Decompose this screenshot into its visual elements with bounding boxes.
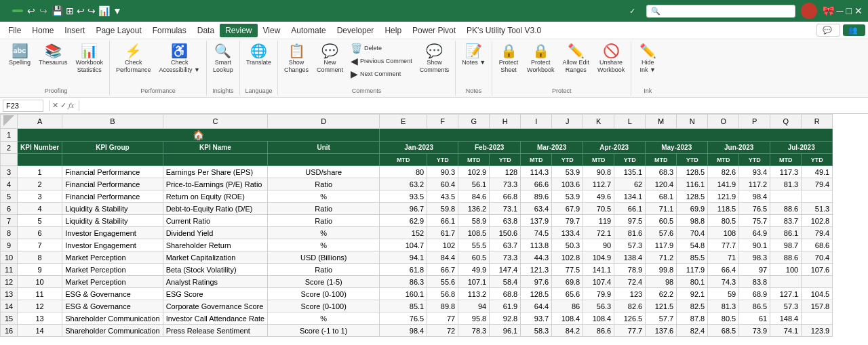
data-cell-10-6[interactable]: 104.9 xyxy=(583,251,614,264)
data-cell-11-3[interactable]: 147.4 xyxy=(490,264,521,276)
cell-group-16[interactable]: Shareholder Communication xyxy=(62,325,163,337)
data-cell-14-5[interactable]: 86 xyxy=(552,300,583,312)
cell-group-15[interactable]: Shareholder Communication xyxy=(62,312,163,325)
row-num-13[interactable]: 13 xyxy=(1,288,18,300)
cell-group-14[interactable]: ESG & Governance xyxy=(62,300,163,312)
data-cell-6-5[interactable]: 67.9 xyxy=(552,203,583,215)
data-cell-16-2[interactable]: 78.3 xyxy=(458,325,490,337)
data-cell-5-11[interactable]: 98.4 xyxy=(739,190,770,203)
data-cell-16-6[interactable]: 86.6 xyxy=(583,325,614,337)
data-cell-14-7[interactable]: 82.6 xyxy=(614,300,646,312)
data-cell-11-1[interactable]: 66.7 xyxy=(427,264,458,276)
data-cell-4-9[interactable]: 116.1 xyxy=(677,178,708,190)
data-cell-8-7[interactable]: 81.6 xyxy=(614,227,646,239)
data-cell-9-4[interactable]: 113.8 xyxy=(521,239,552,251)
data-cell-16-7[interactable]: 77.7 xyxy=(614,325,646,337)
data-cell-3-7[interactable]: 135.1 xyxy=(614,166,646,178)
row-num-7[interactable]: 7 xyxy=(1,215,18,227)
cell-num-13[interactable]: 11 xyxy=(18,288,62,300)
cell-name-6[interactable]: Debt-to-Equity Ratio (D/E) xyxy=(163,203,268,215)
data-cell-9-1[interactable]: 102 xyxy=(427,239,458,251)
data-cell-3-8[interactable]: 68.3 xyxy=(646,166,677,178)
data-cell-15-0[interactable]: 76.5 xyxy=(380,312,427,325)
data-cell-12-8[interactable]: 98 xyxy=(646,276,677,288)
protect-sheet-button[interactable]: 🔒 ProtectSheet xyxy=(495,42,522,76)
autosave-toggle[interactable] xyxy=(12,9,23,12)
data-cell-15-3[interactable]: 92.8 xyxy=(490,312,521,325)
data-cell-5-5[interactable]: 53.9 xyxy=(552,190,583,203)
data-cell-4-8[interactable]: 120.4 xyxy=(646,178,677,190)
data-cell-9-13[interactable]: 68.6 xyxy=(802,239,833,251)
check-performance-button[interactable]: ⚡ CheckPerformance xyxy=(113,42,155,76)
row-num-11[interactable]: 11 xyxy=(1,264,18,276)
data-cell-8-5[interactable]: 133.4 xyxy=(552,227,583,239)
data-cell-7-8[interactable]: 60.5 xyxy=(646,215,677,227)
data-cell-3-12[interactable]: 117.3 xyxy=(770,166,802,178)
data-cell-5-10[interactable]: 121.9 xyxy=(708,190,739,203)
col-header-N[interactable]: N xyxy=(677,115,708,129)
comments-button[interactable]: 💬 xyxy=(816,24,840,37)
cell-unit-12[interactable]: Score (1-5) xyxy=(268,276,380,288)
data-cell-7-7[interactable]: 97.5 xyxy=(614,215,646,227)
home-cell[interactable]: 🏠 xyxy=(18,129,380,142)
redo2-icon[interactable]: ↪ xyxy=(87,5,96,16)
minimize-icon[interactable]: ─ xyxy=(837,5,844,16)
data-cell-15-7[interactable]: 126.5 xyxy=(614,312,646,325)
cell-unit-14[interactable]: Score (0-100) xyxy=(268,300,380,312)
data-cell-10-13[interactable]: 70.4 xyxy=(802,251,833,264)
cell-num-14[interactable]: 12 xyxy=(18,300,62,312)
menu-formulas[interactable]: Formulas xyxy=(147,24,192,37)
menu-review[interactable]: Review xyxy=(220,24,257,37)
cell-num-7[interactable]: 5 xyxy=(18,215,62,227)
data-cell-5-12[interactable] xyxy=(770,190,802,203)
data-cell-7-13[interactable]: 102.8 xyxy=(802,215,833,227)
menu-power-pivot[interactable]: Power Pivot xyxy=(407,24,461,37)
data-cell-3-11[interactable]: 93.4 xyxy=(739,166,770,178)
cell-unit-15[interactable]: % xyxy=(268,312,380,325)
data-cell-12-12[interactable] xyxy=(770,276,802,288)
delete-comment-button[interactable]: 🗑️ Delete xyxy=(348,42,415,54)
data-cell-12-0[interactable]: 86.3 xyxy=(380,276,427,288)
cell-unit-9[interactable]: % xyxy=(268,239,380,251)
data-cell-6-1[interactable]: 59.8 xyxy=(427,203,458,215)
show-changes-button[interactable]: 📋 ShowChanges xyxy=(281,42,312,76)
data-cell-5-2[interactable]: 84.6 xyxy=(458,190,490,203)
data-cell-14-11[interactable]: 86.5 xyxy=(739,300,770,312)
hide-ink-button[interactable]: ✏️ HideInk ▼ xyxy=(634,42,661,76)
data-cell-13-2[interactable]: 113.2 xyxy=(458,288,490,300)
data-cell-4-10[interactable]: 141.9 xyxy=(708,178,739,190)
undo-icon[interactable]: ↩ xyxy=(27,5,35,16)
data-cell-11-5[interactable]: 77.5 xyxy=(552,264,583,276)
data-cell-15-8[interactable]: 57.7 xyxy=(646,312,677,325)
protect-workbook-button[interactable]: 🔒 ProtectWorkbook xyxy=(524,42,557,76)
cell-group-9[interactable]: Investor Engagement xyxy=(62,239,163,251)
data-cell-8-11[interactable]: 64.9 xyxy=(739,227,770,239)
data-cell-12-5[interactable]: 69.8 xyxy=(552,276,583,288)
data-cell-11-6[interactable]: 141.1 xyxy=(583,264,614,276)
cell-name-9[interactable]: Shareholder Return xyxy=(163,239,268,251)
cancel-formula-icon[interactable]: ✕ xyxy=(52,101,58,110)
menu-developer[interactable]: Developer xyxy=(332,24,380,37)
data-cell-15-4[interactable]: 93.7 xyxy=(521,312,552,325)
notes-button[interactable]: 📝 Notes ▼ xyxy=(458,42,489,68)
data-cell-14-3[interactable]: 61.9 xyxy=(490,300,521,312)
cell-group-3[interactable]: Financial Performance xyxy=(62,166,163,178)
cell-unit-3[interactable]: USD/share xyxy=(268,166,380,178)
data-cell-3-2[interactable]: 102.9 xyxy=(458,166,490,178)
data-cell-5-7[interactable]: 134.1 xyxy=(614,190,646,203)
cell-unit-11[interactable]: Ratio xyxy=(268,264,380,276)
col-header-L[interactable]: L xyxy=(614,115,646,129)
data-cell-8-3[interactable]: 150.6 xyxy=(490,227,521,239)
col-header-C[interactable]: C xyxy=(163,115,268,129)
cell-num-4[interactable]: 2 xyxy=(18,178,62,190)
menu-automate[interactable]: Automate xyxy=(285,24,331,37)
data-cell-10-10[interactable]: 71 xyxy=(708,251,739,264)
col-header-J[interactable]: J xyxy=(552,115,583,129)
data-cell-12-9[interactable]: 80.1 xyxy=(677,276,708,288)
data-cell-6-0[interactable]: 96.7 xyxy=(380,203,427,215)
data-cell-13-1[interactable]: 56.8 xyxy=(427,288,458,300)
data-cell-6-6[interactable]: 70.5 xyxy=(583,203,614,215)
cell-name-10[interactable]: Market Capitalization xyxy=(163,251,268,264)
data-cell-14-13[interactable]: 157.8 xyxy=(802,300,833,312)
cell-num-6[interactable]: 4 xyxy=(18,203,62,215)
